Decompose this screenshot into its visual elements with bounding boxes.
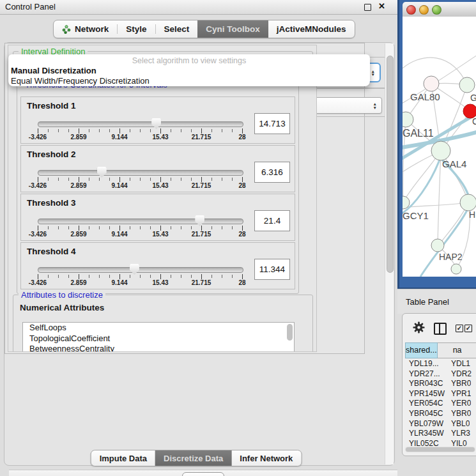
table-header-row: shared... na (405, 342, 476, 358)
table-row[interactable]: YDL19...YDL1 (405, 359, 476, 369)
slider-minor-ticks (38, 129, 243, 132)
table-row[interactable]: YIL052CYIL0 (405, 439, 476, 447)
table-row[interactable]: YER054CYER0 (405, 399, 476, 409)
attribute-item-selfloops[interactable]: SelfLoops (23, 323, 294, 334)
attribute-item-topologicalcoefficient[interactable]: TopologicalCoefficient (23, 334, 294, 344)
attribute-item-betweennesscentrality[interactable]: BetweennessCentrality (23, 344, 294, 352)
threshold-2-slider[interactable] (38, 170, 243, 176)
threshold-4-slider[interactable] (38, 267, 243, 273)
tab-cyni-toolbox[interactable]: Cyni Toolbox (197, 20, 268, 38)
tab-impute-data[interactable]: Impute Data (91, 450, 155, 466)
threshold-label: Threshold 3 (27, 198, 76, 208)
columns-icon[interactable] (434, 323, 447, 335)
table-rows: YDL19...YDL1YDR27...YDR2YBR043CYBR0YPR14… (405, 359, 476, 447)
close-icon[interactable]: ✕ (378, 1, 385, 11)
gear-icon[interactable] (413, 321, 425, 335)
threshold-3-value[interactable]: 21.4 (254, 210, 290, 231)
table-row[interactable]: YBR045CYBR0 (405, 409, 476, 419)
tab-discretize-data[interactable]: Discretize Data (155, 450, 231, 466)
table-cell: YIL0 (450, 439, 467, 447)
tick-label: 21.715 (192, 231, 211, 238)
node-label: HAP2 (439, 252, 463, 262)
tab-jactivemnodules[interactable]: jActiveMNodules (268, 20, 355, 38)
slider-thumb[interactable] (151, 118, 161, 129)
slider-major-tick (119, 177, 120, 182)
checkbox-icon[interactable]: ✓ (456, 325, 463, 332)
tick-label: -3.426 (29, 134, 47, 141)
slider-major-tick (119, 128, 120, 134)
slider-thumb[interactable] (97, 167, 107, 178)
list-scrollbar-thumb[interactable] (287, 324, 293, 341)
network-canvas[interactable]: GAL80GACGAL11GAL4GCY1HHAP2 (403, 17, 476, 277)
network-node-h[interactable] (460, 194, 476, 211)
tick-label: 9.144 (111, 134, 127, 141)
algorithm-hint: Select algorithm to view settings (8, 56, 370, 65)
minimize-traffic-light-icon[interactable] (419, 5, 429, 15)
control-panel-titlebar: Control Panel ✕ (0, 0, 397, 15)
network-node-ga[interactable] (459, 77, 475, 93)
close-traffic-light-icon[interactable] (406, 5, 416, 15)
zoom-traffic-light-icon[interactable] (432, 5, 441, 15)
checkbox-icon[interactable]: ✓ (464, 325, 472, 332)
float-window-icon[interactable] (364, 4, 371, 11)
slider-major-tick (242, 128, 243, 134)
tick-label: 9.144 (111, 182, 127, 189)
network-view-window: GAL80GACGAL11GAL4GCY1HHAP2 (397, 0, 476, 289)
tick-label: 15.43 (152, 182, 168, 189)
table-cell: YDR2 (450, 369, 472, 380)
combo-arrows-icon: ▲▼ (373, 102, 377, 109)
window-title: Control Panel (5, 2, 56, 12)
column-header-name[interactable]: na (438, 342, 476, 358)
tab-infer-network[interactable]: Infer Network (231, 450, 301, 466)
network-node-hap2[interactable] (431, 239, 444, 252)
tick-label: 2.859 (70, 134, 86, 141)
table-cell: YBR043C (405, 379, 450, 389)
slider-major-tick (38, 177, 38, 182)
slider-thumb[interactable] (195, 215, 204, 226)
table-row[interactable]: YPR145WYPR1 (405, 389, 476, 399)
algorithm-option-equal-width-frequency-discretization[interactable]: Equal Width/Frequency Discretization (11, 76, 150, 86)
algorithm-option-manual-discretization[interactable]: Manual Discretization (11, 66, 96, 75)
threshold-4-value[interactable]: 11.344 (254, 259, 290, 280)
apply-button[interactable]: Apply (182, 472, 224, 476)
table-cell: YDR27... (405, 369, 450, 380)
slider-major-tick (242, 226, 243, 231)
network-edge (438, 152, 441, 245)
table-row[interactable]: YDR27...YDR2 (405, 369, 476, 380)
cyni-toolbox-panel: Discretization Algorithm ▲▼ Select algor… (4, 42, 395, 466)
threshold-2-panel: Threshold 2-3.4262.8599.14415.4321.71528… (20, 145, 295, 192)
slider-thumb[interactable] (130, 264, 139, 275)
tab-label: Infer Network (240, 454, 293, 463)
horizontal-scrollbar[interactable] (405, 447, 475, 452)
slider-major-tick (242, 274, 243, 279)
table-row[interactable]: YBL079WYBL0 (405, 419, 476, 429)
table-cell: YLR3 (450, 429, 470, 439)
horizontal-scrollbar-thumb[interactable] (406, 447, 475, 452)
node-label: GA (470, 93, 476, 103)
threshold-3-slider[interactable] (38, 219, 243, 224)
slider-minor-ticks (38, 226, 243, 229)
slider-major-tick (201, 128, 202, 134)
threshold-1-value[interactable]: 14.713 (254, 113, 290, 134)
threshold-2-value[interactable]: 6.316 (254, 162, 290, 183)
node-label: GAL80 (410, 91, 440, 102)
settings-content: Interval Definition Number of Intervals … (8, 45, 317, 352)
numerical-attributes-heading: Numerical Attributes (20, 303, 104, 312)
threshold-1-slider[interactable] (38, 121, 243, 127)
tab-select[interactable]: Select (156, 20, 198, 38)
column-header-shared-name[interactable]: shared... (405, 342, 438, 358)
network-window-titlebar[interactable] (403, 2, 476, 17)
network-node[interactable] (451, 264, 461, 274)
tab-label: Discretize Data (164, 454, 223, 463)
threshold-label: Threshold 4 (27, 247, 76, 256)
slider-major-tick (38, 128, 38, 134)
network-node-gal4[interactable] (431, 141, 450, 160)
attributes-list[interactable]: SelfLoopsTopologicalCoefficientBetweenne… (22, 322, 295, 352)
cyni-mode-tabbar: Impute DataDiscretize DataInfer Network (91, 450, 302, 466)
node-label: GCY1 (403, 210, 429, 221)
table-row[interactable]: YBR043CYBR0 (405, 379, 476, 389)
tab-network[interactable]: Network (54, 20, 117, 38)
tab-style[interactable]: Style (118, 20, 155, 38)
table-row[interactable]: YLR345WYLR3 (405, 429, 476, 439)
network-node-gal80[interactable] (424, 76, 439, 91)
